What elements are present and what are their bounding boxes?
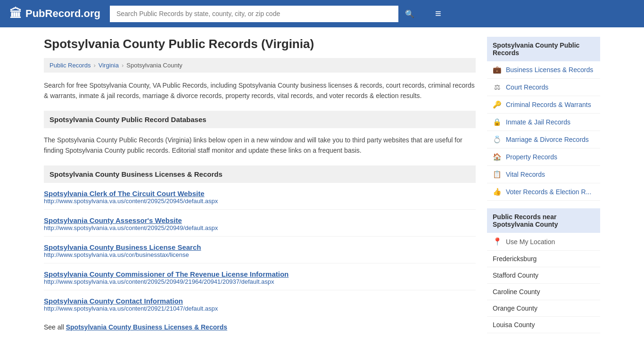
nearby-label-orange: Orange County	[493, 304, 537, 312]
scales-icon: ⚖	[493, 83, 501, 91]
search-input[interactable]	[110, 6, 398, 22]
breadcrumb: Public Records › Virginia › Spotsylvania…	[44, 58, 476, 73]
nearby-label-fredericksburg: Fredericksburg	[493, 255, 537, 263]
nearby-use-location[interactable]: 📍 Use My Location	[487, 233, 600, 251]
site-header: 🏛 PubRecord.org 🔍 ≡	[0, 0, 644, 27]
briefcase-icon: 💼	[493, 66, 501, 74]
lock-icon: 🔒	[493, 118, 501, 126]
home-icon: 🏠	[493, 153, 501, 161]
ring-icon: 💍	[493, 135, 501, 144]
business-section-header: Spotsylvania County Business Licenses & …	[44, 165, 476, 183]
logo-icon: 🏛	[9, 7, 22, 21]
sidebar-item-marriage[interactable]: 💍 Marriage & Divorce Records	[487, 131, 600, 148]
see-all-text: See all	[44, 323, 66, 331]
nearby-label-location: Use My Location	[506, 238, 555, 246]
sidebar-item-inmate[interactable]: 🔒 Inmate & Jail Records	[487, 114, 600, 131]
sidebar-item-business[interactable]: 💼 Business Licenses & Records	[487, 61, 600, 79]
sidebar-item-label: Property Records	[506, 153, 557, 161]
breadcrumb-sep-2: ›	[122, 62, 124, 69]
breadcrumb-sep-1: ›	[93, 62, 95, 69]
sidebar-item-label: Criminal Records & Warrants	[506, 101, 591, 108]
record-item: Spotsylvania County Contact Information …	[44, 297, 476, 317]
nearby-section-title: Public Records near Spotsylvania County	[487, 208, 600, 233]
record-url-2[interactable]: http://www.spotsylvania.va.us/cor/busine…	[44, 251, 476, 258]
clipboard-icon: 📋	[493, 170, 501, 179]
record-item: Spotsylvania Clerk of The Circuit Court …	[44, 189, 476, 210]
location-icon: 📍	[493, 237, 502, 246]
breadcrumb-link-virginia[interactable]: Virginia	[99, 62, 119, 69]
sidebar-item-label: Vital Records	[506, 171, 545, 178]
main-container: Spotsylvania County Public Records (Virg…	[34, 27, 610, 350]
sidebar-item-court[interactable]: ⚖ Court Records	[487, 79, 600, 96]
record-url-3[interactable]: http://www.spotsylvania.va.us/content/20…	[44, 278, 476, 285]
content-area: Spotsylvania County Public Records (Virg…	[44, 37, 476, 341]
sidebar-item-label: Voter Records & Election R...	[506, 188, 591, 196]
see-all-link[interactable]: Spotsylvania County Business Licenses & …	[66, 323, 227, 331]
nearby-item-louisa[interactable]: Louisa County	[487, 317, 600, 333]
intro-paragraph: Search for free Spotsylvania County, VA …	[44, 80, 476, 101]
search-button[interactable]: 🔍	[398, 6, 421, 22]
sidebar-section-title: Spotsylvania County Public Records	[487, 37, 600, 61]
nearby-item-fredericksburg[interactable]: Fredericksburg	[487, 251, 600, 267]
record-item: Spotsylvania County Assessor's Website h…	[44, 216, 476, 237]
sidebar-item-label: Marriage & Divorce Records	[506, 136, 589, 143]
sidebar: Spotsylvania County Public Records 💼 Bus…	[487, 37, 600, 341]
search-bar: 🔍	[110, 6, 421, 22]
sidebar-item-vital[interactable]: 📋 Vital Records	[487, 166, 600, 183]
record-title-2[interactable]: Spotsylvania County Business License Sea…	[44, 243, 476, 251]
record-title-4[interactable]: Spotsylvania County Contact Information	[44, 297, 476, 305]
breadcrumb-link-public-records[interactable]: Public Records	[50, 62, 91, 69]
site-logo[interactable]: 🏛 PubRecord.org	[9, 7, 100, 21]
record-url-4[interactable]: http://www.spotsylvania.va.us/content/20…	[44, 305, 476, 312]
record-title-3[interactable]: Spotsylvania County Commissioner of The …	[44, 270, 476, 278]
record-title-0[interactable]: Spotsylvania Clerk of The Circuit Court …	[44, 189, 476, 197]
record-item: Spotsylvania County Business License Sea…	[44, 243, 476, 263]
sidebar-item-voter[interactable]: 👍 Voter Records & Election R...	[487, 183, 600, 201]
nearby-label-caroline: Caroline County	[493, 288, 540, 296]
key-icon: 🔑	[493, 100, 501, 109]
record-url-1[interactable]: http://www.spotsylvania.va.us/content/20…	[44, 224, 476, 231]
search-icon: 🔍	[405, 10, 414, 18]
nearby-item-stafford[interactable]: Stafford County	[487, 267, 600, 284]
nearby-label-louisa: Louisa County	[493, 321, 535, 329]
record-url-0[interactable]: http://www.spotsylvania.va.us/content/20…	[44, 197, 476, 205]
databases-section-header: Spotsylvania County Public Record Databa…	[44, 111, 476, 128]
nearby-label-stafford: Stafford County	[493, 272, 538, 279]
sidebar-item-label: Business Licenses & Records	[506, 66, 593, 74]
sidebar-item-property[interactable]: 🏠 Property Records	[487, 148, 600, 166]
nearby-item-caroline[interactable]: Caroline County	[487, 284, 600, 300]
record-title-1[interactable]: Spotsylvania County Assessor's Website	[44, 216, 476, 224]
databases-description: The Spotsylvania County Public Records (…	[44, 135, 476, 156]
breadcrumb-current: Spotsylvania County	[126, 62, 182, 69]
logo-text: PubRecord.org	[25, 8, 100, 20]
sidebar-nearby-section: Public Records near Spotsylvania County …	[487, 208, 600, 333]
sidebar-item-criminal[interactable]: 🔑 Criminal Records & Warrants	[487, 96, 600, 114]
thumbsup-icon: 👍	[493, 188, 501, 196]
sidebar-item-label: Court Records	[506, 83, 548, 91]
see-all-line: See all Spotsylvania County Business Lic…	[44, 323, 476, 331]
record-item: Spotsylvania County Commissioner of The …	[44, 270, 476, 290]
sidebar-records-section: Spotsylvania County Public Records 💼 Bus…	[487, 37, 600, 201]
records-list: Spotsylvania Clerk of The Circuit Court …	[44, 189, 476, 317]
menu-icon[interactable]: ≡	[435, 8, 441, 20]
nearby-item-orange[interactable]: Orange County	[487, 300, 600, 317]
sidebar-item-label: Inmate & Jail Records	[506, 118, 570, 126]
page-title: Spotsylvania County Public Records (Virg…	[44, 37, 476, 51]
